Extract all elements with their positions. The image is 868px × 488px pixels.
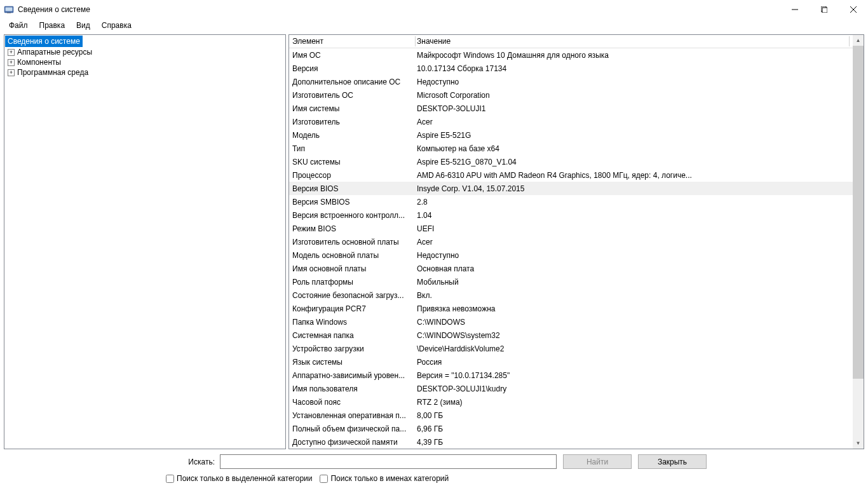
row-element: Устройство загрузки [289,344,415,353]
detail-row[interactable]: МодельAspire E5-521G [289,128,853,142]
detail-row[interactable]: Роль платформыМобильный [289,275,853,288]
find-button[interactable]: Найти [563,454,632,469]
category-tree[interactable]: Сведения о системе + Аппаратные ресурсы … [4,34,286,449]
menu-view[interactable]: Вид [71,20,95,31]
row-value: DESKTOP-3OLUJI1\kudry [415,384,853,393]
row-value: Microsoft Corporation [415,91,853,100]
row-value: Недоступно [415,78,853,86]
detail-row[interactable]: Модель основной платыНедоступно [289,248,853,262]
row-element: Имя основной платы [289,264,415,273]
tree-root[interactable]: Сведения о системе [5,36,83,47]
row-element: Имя системы [289,104,415,113]
detail-row[interactable]: Системная папкаC:\WINDOWS\system32 [289,329,853,342]
checkbox-label: Поиск только в выделенной категории [177,474,312,483]
row-element: Версия SMBIOS [289,198,415,207]
row-value: Aspire E5-521G [415,131,853,140]
maximize-button[interactable] [810,0,839,19]
scroll-up-icon[interactable]: ▲ [853,35,864,46]
detail-row[interactable]: Имя системыDESKTOP-3OLUJI1 [289,102,853,115]
expand-icon[interactable]: + [8,59,15,66]
row-value: Aspire E5-521G_0870_V1.04 [415,158,853,166]
checkbox-category-names[interactable]: Поиск только в именах категорий [320,474,449,483]
detail-row[interactable]: Часовой поясRTZ 2 (зима) [289,395,853,409]
detail-row[interactable]: Имя пользователяDESKTOP-3OLUJI1\kudry [289,382,853,395]
detail-row[interactable]: Язык системыРоссия [289,355,853,369]
detail-row[interactable]: Установленная оперативная п...8,00 ГБ [289,409,853,422]
row-element: Версия BIOS [289,184,415,193]
detail-row[interactable]: Изготовитель основной платыAcer [289,235,853,248]
checkbox-input[interactable] [166,475,174,483]
row-element: Модель основной платы [289,251,415,260]
row-value: 8,00 ГБ [415,411,853,420]
row-element: Папка Windows [289,318,415,327]
row-element: Изготовитель ОС [289,91,415,100]
tree-item-label: Компоненты [17,58,61,67]
menu-edit[interactable]: Правка [34,20,71,31]
row-element: Установленная оперативная п... [289,411,415,420]
detail-row[interactable]: Режим BIOSUEFI [289,222,853,235]
column-element[interactable]: Элемент [289,37,415,46]
detail-row[interactable]: Дополнительное описание ОСНедоступно [289,75,853,88]
row-value: 1.04 [415,211,853,220]
detail-row[interactable]: Полный объем физической па...6,96 ГБ [289,422,853,435]
row-value: Привязка невозможна [415,304,853,313]
search-label: Искать: [4,458,220,466]
footer: Искать: Найти Закрыть Поиск только в выд… [0,451,868,488]
titlebar: Сведения о системе [0,0,868,19]
row-value: Insyde Corp. V1.04, 15.07.2015 [415,184,853,193]
row-value: Мобильный [415,278,853,287]
checkbox-selected-category[interactable]: Поиск только в выделенной категории [166,474,312,483]
svg-rect-5 [822,8,827,13]
row-element: Системная папка [289,331,415,340]
row-value: 4,39 ГБ [415,438,853,447]
checkbox-label: Поиск только в именах категорий [330,474,449,483]
row-element: Дополнительное описание ОС [289,78,415,86]
detail-row[interactable]: Имя основной платыОсновная плата [289,262,853,275]
expand-icon[interactable]: + [8,49,15,56]
detail-row[interactable]: Версия BIOSInsyde Corp. V1.04, 15.07.201… [289,182,853,195]
minimize-button[interactable] [780,0,810,19]
svg-rect-1 [6,8,13,11]
row-element: Состояние безопасной загруз... [289,291,415,300]
column-value[interactable]: Значение [416,37,849,46]
detail-row[interactable]: Версия10.0.17134 Сборка 17134 [289,62,853,75]
tree-item-software[interactable]: + Программная среда [5,67,285,78]
detail-row[interactable]: Изготовитель ОСMicrosoft Corporation [289,88,853,102]
row-element: Доступно физической памяти [289,438,415,447]
detail-row[interactable]: ИзготовительAcer [289,115,853,128]
detail-row[interactable]: Версия SMBIOS2.8 [289,195,853,208]
detail-row[interactable]: Состояние безопасной загруз...Вкл. [289,288,853,302]
tree-item-components[interactable]: + Компоненты [5,57,285,67]
detail-row[interactable]: Аппаратно-зависимый уровен...Версия = "1… [289,369,853,382]
detail-row[interactable]: Устройство загрузки\Device\HarddiskVolum… [289,342,853,355]
menu-file[interactable]: Файл [4,20,33,31]
tree-item-hardware[interactable]: + Аппаратные ресурсы [5,47,285,57]
row-element: Роль платформы [289,278,415,287]
row-element: Версия встроенного контролл... [289,211,415,220]
row-value: DESKTOP-3OLUJI1 [415,104,853,113]
tree-item-label: Программная среда [17,68,88,77]
detail-row[interactable]: ТипКомпьютер на базе x64 [289,142,853,155]
details-panel: Элемент Значение Имя ОСМайкрософт Window… [288,34,864,449]
checkbox-input[interactable] [320,475,328,483]
detail-row[interactable]: Папка WindowsC:\WINDOWS [289,315,853,329]
detail-row[interactable]: Доступно физической памяти4,39 ГБ [289,435,853,449]
detail-row[interactable]: ПроцессорAMD A6-6310 APU with AMD Radeon… [289,168,853,182]
close-search-button[interactable]: Закрыть [638,454,707,469]
vertical-scrollbar[interactable]: ▲ ▼ [853,35,864,449]
expand-icon[interactable]: + [8,69,15,76]
close-button[interactable] [839,0,868,19]
scroll-thumb[interactable] [853,46,864,379]
row-element: Аппаратно-зависимый уровен... [289,371,415,380]
row-element: Версия [289,64,415,73]
detail-row[interactable]: SKU системыAspire E5-521G_0870_V1.04 [289,155,853,168]
menu-help[interactable]: Справка [97,20,137,31]
search-input[interactable] [220,454,557,469]
detail-row[interactable]: Версия встроенного контролл...1.04 [289,208,853,222]
scroll-down-icon[interactable]: ▼ [853,438,864,449]
row-value: Недоступно [415,251,853,260]
detail-row[interactable]: Конфигурация PCR7Привязка невозможна [289,302,853,315]
row-element: Часовой пояс [289,398,415,407]
detail-row[interactable]: Имя ОСМайкрософт Windows 10 Домашняя для… [289,48,853,62]
row-element: Изготовитель [289,118,415,126]
